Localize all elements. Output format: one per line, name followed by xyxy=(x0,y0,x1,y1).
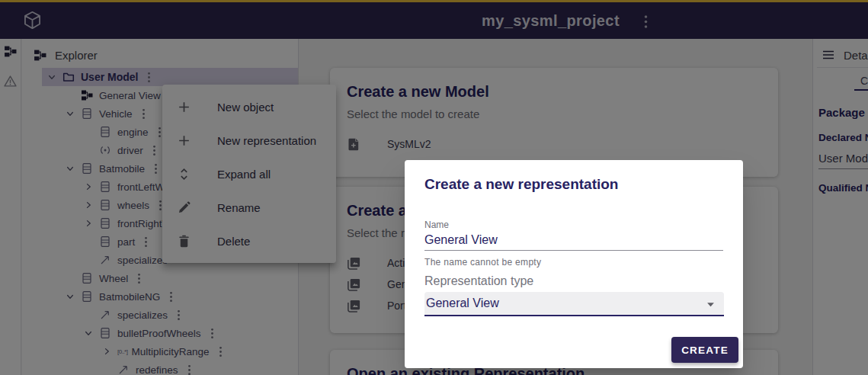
name-label: Name xyxy=(424,220,449,230)
app-window: my_sysml_project Explorer User ModelGene… xyxy=(0,0,868,375)
input-underline xyxy=(424,250,723,251)
representation-type-label: Representation type xyxy=(424,274,533,288)
representation-type-select[interactable]: General View xyxy=(424,292,724,316)
create-button[interactable]: CREATE xyxy=(671,337,738,363)
name-helper-text: The name cannot be empty xyxy=(424,257,541,268)
selected-option: General View xyxy=(426,296,499,310)
name-input[interactable]: General View xyxy=(424,233,723,247)
dialog-title: Create a new representation xyxy=(424,176,618,193)
chevron-down-icon xyxy=(706,302,715,307)
create-representation-dialog: Create a new representation Name General… xyxy=(405,160,743,368)
